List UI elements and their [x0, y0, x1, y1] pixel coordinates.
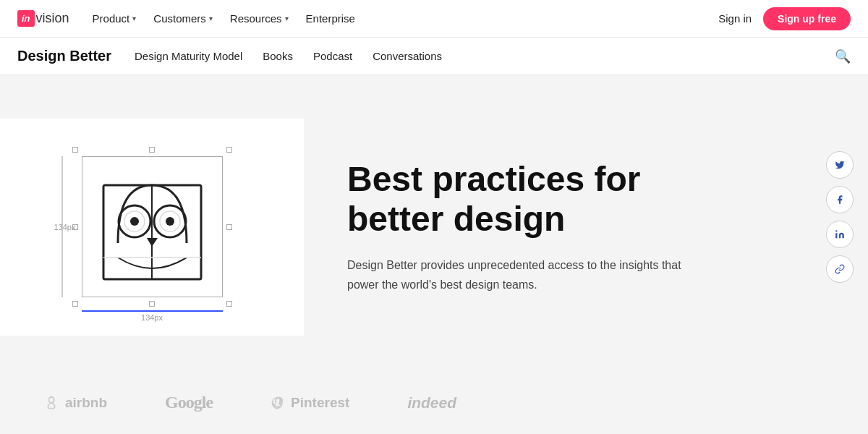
facebook-icon — [835, 195, 845, 205]
search-icon[interactable]: 🔍 — [835, 48, 851, 64]
twitter-icon — [835, 160, 845, 170]
pinterest-icon — [271, 396, 285, 410]
logos-section: airbnb Google Pinterest indeed — [0, 378, 868, 434]
logo-text: vision — [36, 11, 69, 26]
secondary-link-dmm[interactable]: Design Maturity Model — [135, 50, 242, 62]
brand-name[interactable]: Design Better — [17, 48, 111, 64]
logo-indeed: indeed — [407, 394, 456, 412]
linkedin-button[interactable] — [826, 221, 854, 248]
dim-label-bottom: 134px — [141, 313, 163, 322]
top-nav-right: Sign in Sign up free — [718, 7, 851, 30]
corner-tl — [72, 147, 78, 153]
owl-frame: 134px 134px — [89, 163, 216, 290]
secondary-nav-left: Design Better Design Maturity Model Book… — [17, 48, 442, 64]
logo-airbnb: airbnb — [43, 395, 107, 411]
logo-pinterest: Pinterest — [271, 395, 349, 411]
link-icon — [835, 264, 845, 274]
logo-google: Google — [165, 393, 213, 412]
secondary-links: Design Maturity Model Books Podcast Conv… — [135, 50, 442, 62]
main-content: 134px 134px — [0, 75, 868, 434]
corner-bm — [149, 301, 155, 307]
google-text: Google — [165, 393, 213, 412]
sign-up-button[interactable]: Sign up free — [763, 7, 851, 30]
dim-line-bottom — [82, 310, 223, 312]
hero-section: 134px 134px — [0, 75, 868, 378]
corner-mr — [226, 224, 232, 230]
nav-links: Product ▾ Customers ▾ Resources ▾ Enterp… — [93, 12, 355, 25]
copy-link-button[interactable] — [826, 255, 854, 283]
linkedin-icon — [835, 229, 845, 239]
nav-product[interactable]: Product ▾ — [93, 12, 137, 25]
sign-in-link[interactable]: Sign in — [718, 12, 752, 25]
social-sidebar — [826, 151, 854, 283]
svg-point-9 — [835, 230, 837, 231]
secondary-link-books[interactable]: Books — [263, 50, 293, 62]
secondary-link-conversations[interactable]: Conversations — [373, 50, 442, 62]
hero-text: Best practices for better design Design … — [347, 159, 723, 294]
dim-label-left: 134px — [54, 223, 76, 231]
hero-subtext: Design Better provides unprecedented acc… — [347, 256, 694, 294]
chevron-down-icon: ▾ — [285, 14, 289, 22]
nav-enterprise[interactable]: Enterprise — [306, 12, 355, 25]
corner-bl — [72, 301, 78, 307]
guide-box — [82, 156, 223, 297]
secondary-link-podcast[interactable]: Podcast — [313, 50, 352, 62]
nav-resources[interactable]: Resources ▾ — [230, 12, 289, 25]
twitter-button[interactable] — [826, 151, 854, 179]
pinterest-text: Pinterest — [291, 395, 349, 411]
logo-box: in — [17, 10, 35, 27]
logo[interactable]: in vision — [17, 10, 69, 27]
hero-heading: Best practices for better design — [347, 159, 723, 239]
chevron-down-icon: ▾ — [209, 14, 213, 22]
top-nav: in vision Product ▾ Customers ▾ Resource… — [0, 0, 868, 38]
facebook-button[interactable] — [826, 186, 854, 213]
corner-tm — [149, 147, 155, 153]
secondary-nav: Design Better Design Maturity Model Book… — [0, 38, 868, 75]
airbnb-icon — [43, 395, 59, 411]
airbnb-text: airbnb — [65, 395, 107, 411]
chevron-down-icon: ▾ — [132, 14, 136, 22]
nav-customers[interactable]: Customers ▾ — [153, 12, 213, 25]
owl-illustration-container: 134px 134px — [0, 119, 304, 336]
indeed-text: indeed — [407, 394, 456, 412]
top-nav-left: in vision Product ▾ Customers ▾ Resource… — [17, 10, 355, 27]
corner-br — [226, 301, 232, 307]
corner-tr — [226, 147, 232, 153]
